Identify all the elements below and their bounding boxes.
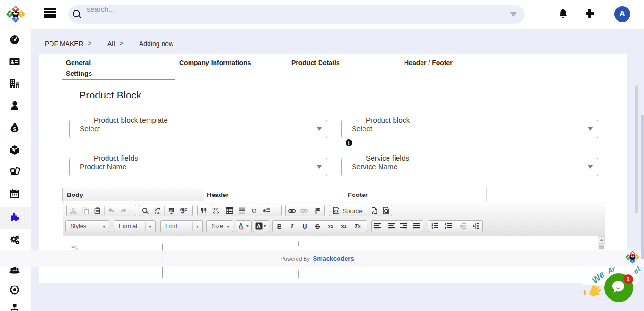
svg-text:2: 2 (431, 227, 433, 230)
svg-text:ABC: ABC (180, 207, 187, 212)
svg-text:Ω: Ω (252, 207, 256, 214)
svg-text:$: $ (13, 126, 17, 132)
svg-text:DIV: DIV (213, 207, 218, 211)
svg-text:a: a (157, 210, 160, 214)
svg-text:1: 1 (431, 223, 433, 226)
svg-text:A: A (239, 222, 243, 229)
svg-text:b: b (154, 207, 157, 212)
svg-text:A: A (257, 223, 261, 229)
